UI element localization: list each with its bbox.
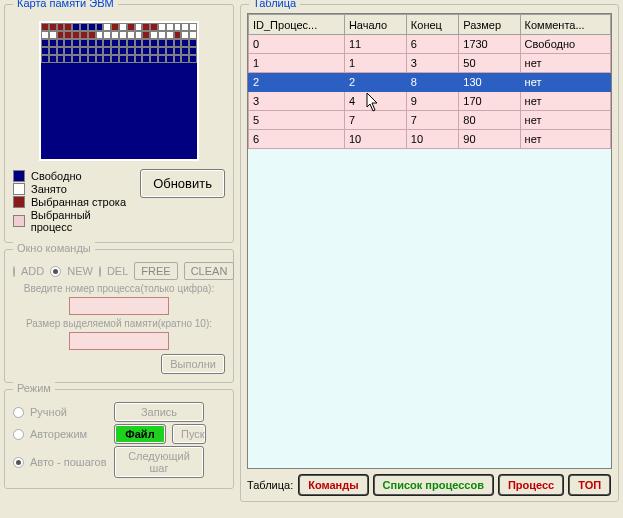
process-button[interactable]: Процесс <box>499 475 563 495</box>
memmap-cell <box>96 55 104 63</box>
table-scroll[interactable]: ID_Процес...НачалоКонецРазмерКоммента...… <box>247 13 612 469</box>
size-prompt: Размер выделяемой памяти(кратно 10): <box>13 318 225 329</box>
commands-button[interactable]: Команды <box>299 475 367 495</box>
radio-step[interactable] <box>13 457 24 468</box>
table-header[interactable]: Размер <box>459 15 520 35</box>
table-cell: 7 <box>344 111 406 130</box>
proc-prompt: Введите номер процесса(только цифра): <box>13 283 225 294</box>
memmap-cell <box>80 55 88 63</box>
file-button[interactable]: Файл <box>114 424 166 444</box>
memmap-cell <box>57 23 65 31</box>
memmap-cell <box>135 23 143 31</box>
radio-manual[interactable] <box>13 407 24 418</box>
memmap-cell <box>135 39 143 47</box>
memmap-cell <box>166 31 174 39</box>
table-cell: 5 <box>249 111 345 130</box>
table-row[interactable]: 349170нет <box>249 92 611 111</box>
table-cell: 90 <box>459 130 520 149</box>
table-cell: 6 <box>249 130 345 149</box>
memmap-cell <box>103 39 111 47</box>
memmap-cell <box>96 23 104 31</box>
execute-button[interactable]: Выполни <box>161 354 225 374</box>
table-row[interactable]: 01161730Свободно <box>249 35 611 54</box>
table-cell: 2 <box>344 73 406 92</box>
memmap-cell <box>49 55 57 63</box>
memmap-cell <box>135 47 143 55</box>
table-cell: 130 <box>459 73 520 92</box>
radio-new[interactable] <box>50 266 61 277</box>
process-list-button[interactable]: Список процессов <box>374 475 493 495</box>
memmap-cell <box>166 39 174 47</box>
memmap-cell <box>127 23 135 31</box>
free-button[interactable]: FREE <box>134 262 177 280</box>
radio-del[interactable] <box>99 266 101 277</box>
memmap-cell <box>119 55 127 63</box>
memmap-cell <box>80 39 88 47</box>
table-cell: 1 <box>344 54 406 73</box>
memory-size-input[interactable] <box>69 332 169 350</box>
table-row[interactable]: 6101090нет <box>249 130 611 149</box>
command-window-panel: Окно команды ADD NEW DEL FREE CLEAN Введ… <box>4 249 234 383</box>
memmap-cell <box>189 55 197 63</box>
memmap-cell <box>88 47 96 55</box>
next-step-button[interactable]: Следующий шаг <box>114 446 204 478</box>
memmap-cell <box>142 39 150 47</box>
memmap-cell <box>127 31 135 39</box>
table-row[interactable]: 11350нет <box>249 54 611 73</box>
table-header[interactable]: ID_Процес... <box>249 15 345 35</box>
table-header[interactable]: Конец <box>406 15 458 35</box>
memmap-cell <box>80 31 88 39</box>
memmap-cell <box>49 31 57 39</box>
memmap-cell <box>150 55 158 63</box>
table-cell: нет <box>520 130 610 149</box>
memmap-cell <box>111 47 119 55</box>
memmap-cell <box>181 55 189 63</box>
memmap-cell <box>174 47 182 55</box>
memmap-cell <box>150 31 158 39</box>
table-cell: 4 <box>344 92 406 111</box>
memmap-cell <box>135 55 143 63</box>
memmap-cell <box>158 47 166 55</box>
radio-add[interactable] <box>13 266 15 277</box>
table-cell: 3 <box>249 92 345 111</box>
table-cell: нет <box>520 111 610 130</box>
refresh-button[interactable]: Обновить <box>140 169 225 198</box>
radio-auto[interactable] <box>13 429 24 440</box>
table-cell: 7 <box>406 111 458 130</box>
table-cell: 170 <box>459 92 520 111</box>
table-cell: 3 <box>406 54 458 73</box>
memmap-cell <box>135 31 143 39</box>
memmap-cell <box>88 23 96 31</box>
memmap-cell <box>119 23 127 31</box>
table-panel: Таблица ID_Процес...НачалоКонецРазмерКом… <box>240 4 619 502</box>
memmap-cell <box>49 23 57 31</box>
memmap-cell <box>142 31 150 39</box>
memmap-cell <box>96 31 104 39</box>
table-header[interactable]: Начало <box>344 15 406 35</box>
table-header[interactable]: Коммента... <box>520 15 610 35</box>
memmap-cell <box>64 23 72 31</box>
memmap-cell <box>174 55 182 63</box>
table-row[interactable]: 228130нет <box>249 73 611 92</box>
process-number-input[interactable] <box>69 297 169 315</box>
memmap-cell <box>174 31 182 39</box>
record-button[interactable]: Запись <box>114 402 204 422</box>
table-cell: 9 <box>406 92 458 111</box>
memmap-cell <box>158 39 166 47</box>
table-row[interactable]: 57780нет <box>249 111 611 130</box>
table-cell: 1730 <box>459 35 520 54</box>
memmap-cell <box>158 55 166 63</box>
memmap-cell <box>64 31 72 39</box>
memmap-cell <box>127 55 135 63</box>
memmap-cell <box>41 23 49 31</box>
table-cell: 10 <box>406 130 458 149</box>
memmap-cell <box>181 47 189 55</box>
memmap-cell <box>119 39 127 47</box>
memmap-cell <box>49 47 57 55</box>
memory-map-grid <box>39 21 199 161</box>
clean-button[interactable]: CLEAN <box>184 262 235 280</box>
top-button[interactable]: ТОП <box>569 475 610 495</box>
memmap-cell <box>150 39 158 47</box>
memmap-cell <box>103 31 111 39</box>
run-button[interactable]: Пуск <box>172 424 206 444</box>
